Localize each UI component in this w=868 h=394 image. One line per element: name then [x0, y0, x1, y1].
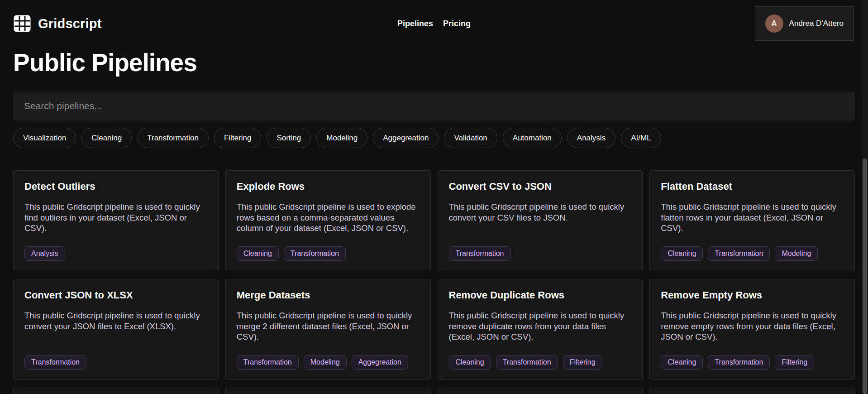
- pipeline-description: This public Gridscript pipeline is used …: [24, 310, 207, 332]
- pipeline-description: This public Gridscript pipeline is used …: [661, 202, 844, 234]
- tag-list: Transformation: [24, 355, 207, 370]
- tag-list: CleaningTransformationFiltering: [449, 355, 632, 370]
- tag-transformation: Transformation: [284, 246, 346, 261]
- tag-cleaning: Cleaning: [449, 355, 491, 370]
- pipeline-grid: Detect OutliersThis public Gridscript pi…: [13, 170, 855, 394]
- pipeline-card-remove-empty-rows[interactable]: Remove Empty RowsThis public Gridscript …: [649, 279, 855, 380]
- pipeline-description: This public Gridscript pipeline is used …: [449, 310, 632, 342]
- pipeline-card-partial[interactable]: [13, 388, 219, 394]
- pipeline-title: Convert CSV to JSON: [449, 181, 632, 192]
- pipeline-card-convert-json-to-xlsx[interactable]: Convert JSON to XLSXThis public Gridscri…: [13, 279, 219, 380]
- tag-list: CleaningTransformation: [237, 246, 420, 261]
- filter-pill-sorting[interactable]: Sorting: [267, 128, 311, 148]
- filter-pill-cleaning[interactable]: Cleaning: [81, 128, 132, 148]
- filter-pill-transformation[interactable]: Transformation: [137, 128, 209, 148]
- user-name: Andrea D'Attero: [789, 19, 844, 28]
- pipeline-description: This public Gridscript pipeline is used …: [661, 310, 844, 342]
- pipeline-card-flatten-dataset[interactable]: Flatten DatasetThis public Gridscript pi…: [649, 170, 855, 271]
- tag-list: CleaningTransformationFiltering: [661, 355, 844, 370]
- pipeline-title: Remove Duplicate Rows: [449, 289, 632, 301]
- pipeline-description: This public Gridscript pipeline is used …: [24, 202, 207, 234]
- pipeline-card-detect-outliers[interactable]: Detect OutliersThis public Gridscript pi…: [13, 170, 219, 271]
- tag-transformation: Transformation: [237, 355, 299, 370]
- tag-transformation: Transformation: [496, 355, 558, 370]
- tag-cleaning: Cleaning: [661, 246, 703, 261]
- tag-cleaning: Cleaning: [237, 246, 279, 261]
- tag-modeling: Modeling: [304, 355, 347, 370]
- app-root: Gridscript Pipelines Pricing A Andrea D'…: [0, 0, 868, 394]
- filter-pill-modeling[interactable]: Modeling: [316, 128, 367, 148]
- pipeline-title: Convert JSON to XLSX: [24, 289, 207, 301]
- gridscript-logo-icon: [13, 14, 31, 33]
- user-card[interactable]: A Andrea D'Attero: [755, 6, 854, 41]
- filter-pill-ai-ml[interactable]: AI/ML: [621, 128, 661, 148]
- filter-bar: VisualizationCleaningTransformationFilte…: [13, 128, 855, 148]
- pipeline-title: Detect Outliers: [24, 181, 207, 192]
- filter-pill-validation[interactable]: Validation: [444, 128, 497, 148]
- tag-transformation: Transformation: [708, 355, 770, 370]
- tag-aggegreation: Aggegreation: [352, 355, 408, 370]
- brand-name: Gridscript: [38, 16, 102, 31]
- pipeline-title: Explode Rows: [237, 181, 420, 192]
- filter-pill-analysis[interactable]: Analysis: [567, 128, 615, 148]
- tag-list: Analysis: [24, 246, 207, 261]
- pipeline-card-explode-rows[interactable]: Explode RowsThis public Gridscript pipel…: [225, 170, 431, 271]
- main-content: Public Pipelines VisualizationCleaningTr…: [0, 48, 868, 394]
- tag-transformation: Transformation: [708, 246, 770, 261]
- pipeline-card-partial[interactable]: [438, 388, 643, 394]
- tag-transformation: Transformation: [24, 355, 86, 370]
- tag-cleaning: Cleaning: [661, 355, 703, 370]
- pipeline-card-convert-csv-to-json[interactable]: Convert CSV to JSONThis public Gridscrip…: [438, 170, 643, 271]
- header: Gridscript Pipelines Pricing A Andrea D'…: [0, 0, 868, 47]
- filter-pill-visualization[interactable]: Visualization: [13, 128, 76, 148]
- pipeline-card-merge-datasets[interactable]: Merge DatasetsThis public Gridscript pip…: [225, 279, 431, 380]
- avatar: A: [765, 14, 783, 33]
- tag-list: Transformation: [449, 246, 632, 261]
- nav-item-pipelines[interactable]: Pipelines: [397, 19, 433, 29]
- tag-list: CleaningTransformationModeling: [661, 246, 844, 261]
- pipeline-title: Remove Empty Rows: [661, 289, 844, 301]
- tag-analysis: Analysis: [24, 246, 65, 261]
- tag-filtering: Filtering: [563, 355, 602, 370]
- pipeline-description: This public Gridscript pipeline is used …: [237, 310, 420, 342]
- pipeline-card-partial[interactable]: [225, 388, 431, 394]
- page-title: Public Pipelines: [13, 48, 855, 77]
- tag-filtering: Filtering: [775, 355, 814, 370]
- pipeline-card-partial[interactable]: [649, 388, 855, 394]
- pipeline-title: Flatten Dataset: [661, 181, 844, 192]
- tag-list: TransformationModelingAggegreation: [237, 355, 420, 370]
- pipeline-description: This public Gridscript pipeline is used …: [237, 202, 420, 234]
- search-input[interactable]: [13, 91, 855, 120]
- filter-pill-filtering[interactable]: Filtering: [214, 128, 261, 148]
- tag-modeling: Modeling: [775, 246, 818, 261]
- main-nav: Pipelines Pricing: [397, 19, 471, 29]
- scrollbar[interactable]: [862, 0, 868, 394]
- filter-pill-automation[interactable]: Automation: [503, 128, 562, 148]
- pipeline-card-remove-duplicate-rows[interactable]: Remove Duplicate RowsThis public Gridscr…: [438, 279, 643, 380]
- scrollbar-thumb[interactable]: [863, 159, 867, 394]
- filter-pill-aggegreation[interactable]: Aggegreation: [373, 128, 439, 148]
- tag-transformation: Transformation: [449, 246, 511, 261]
- brand[interactable]: Gridscript: [13, 14, 102, 33]
- nav-item-pricing[interactable]: Pricing: [443, 19, 471, 29]
- pipeline-title: Merge Datasets: [237, 289, 420, 301]
- pipeline-description: This public Gridscript pipeline is used …: [449, 202, 632, 223]
